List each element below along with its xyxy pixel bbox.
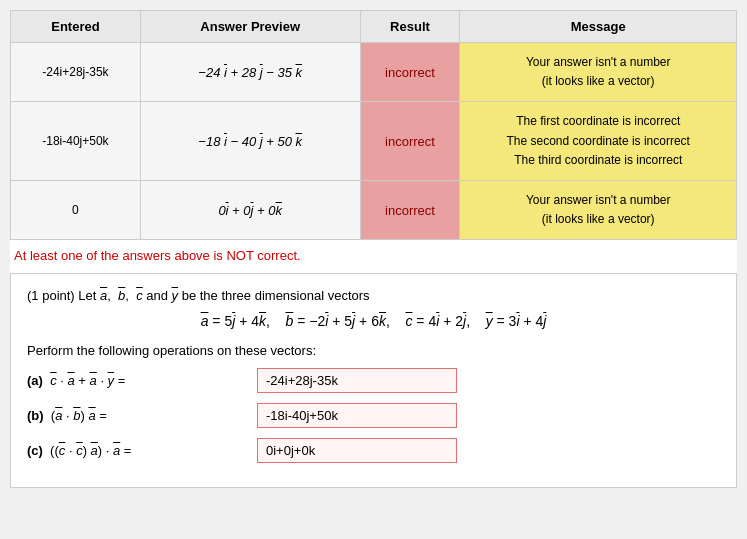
cell-result-0: incorrect (360, 43, 460, 102)
cell-message-1: The first coordinate is incorrectThe sec… (460, 102, 737, 181)
cell-message-2: Your answer isn't a number(it looks like… (460, 180, 737, 239)
cell-preview-2: 0i + 0j + 0k (140, 180, 360, 239)
table-row-2: 00i + 0j + 0kincorrectYour answer isn't … (11, 180, 737, 239)
table-row-0: -24i+28j-35k−24 i + 28 j − 35 kincorrect… (11, 43, 737, 102)
header-message: Message (460, 11, 737, 43)
operation-a-input[interactable] (257, 368, 457, 393)
operation-a-row: (a) c · a + a · y = (27, 368, 720, 393)
header-entered: Entered (11, 11, 141, 43)
operation-c-input[interactable] (257, 438, 457, 463)
cell-entered-0: -24i+28j-35k (11, 43, 141, 102)
table-row-1: -18i-40j+50k−18 i − 40 j + 50 kincorrect… (11, 102, 737, 181)
perform-label: Perform the following operations on thes… (27, 343, 720, 358)
cell-message-0: Your answer isn't a number(it looks like… (460, 43, 737, 102)
operation-a-label: (a) c · a + a · y = (27, 373, 257, 388)
operation-c-label: (c) ((c · c) a) · a = (27, 443, 257, 458)
cell-result-1: incorrect (360, 102, 460, 181)
cell-result-2: incorrect (360, 180, 460, 239)
alert-message: At least one of the answers above is NOT… (10, 240, 737, 271)
operation-b-label: (b) (a · b) a = (27, 408, 257, 423)
vector-definitions: a = 5j + 4k, b = −2i + 5j + 6k, c = 4i +… (27, 313, 720, 329)
problem-section: (1 point) Let a, b, c and y be the three… (10, 273, 737, 488)
cell-entered-1: -18i-40j+50k (11, 102, 141, 181)
cell-preview-0: −24 i + 28 j − 35 k (140, 43, 360, 102)
cell-entered-2: 0 (11, 180, 141, 239)
cell-preview-1: −18 i − 40 j + 50 k (140, 102, 360, 181)
results-table: Entered Answer Preview Result Message -2… (10, 10, 737, 240)
operation-b-row: (b) (a · b) a = (27, 403, 720, 428)
operation-b-input[interactable] (257, 403, 457, 428)
header-preview: Answer Preview (140, 11, 360, 43)
problem-title: (1 point) Let a, b, c and y be the three… (27, 288, 720, 303)
header-result: Result (360, 11, 460, 43)
operation-c-row: (c) ((c · c) a) · a = (27, 438, 720, 463)
